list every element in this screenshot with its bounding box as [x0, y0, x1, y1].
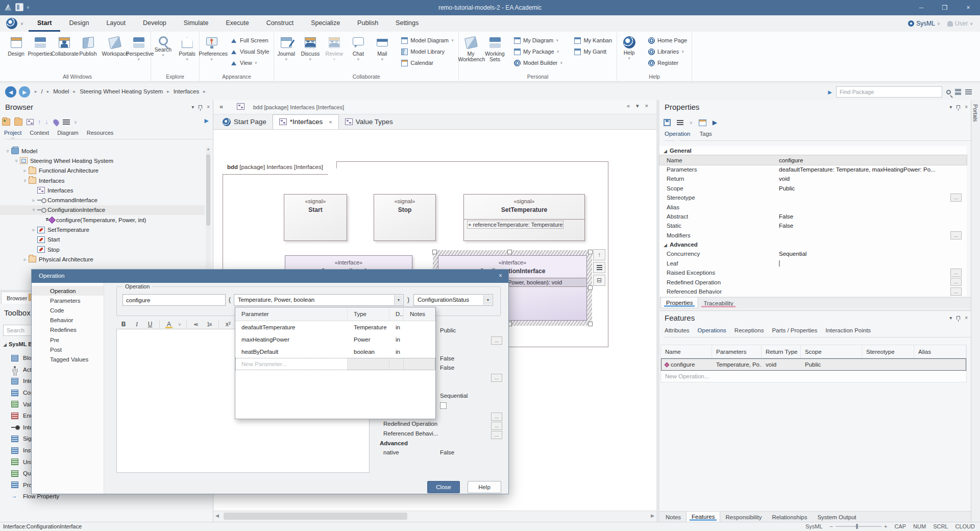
find-run-icon[interactable]: ▶ [828, 89, 832, 95]
search-icon[interactable] [946, 90, 951, 94]
parameters-combo-arrow-icon[interactable]: ▼ [394, 295, 403, 305]
features-row-configure[interactable]: configureTemperature, Po...voidPublic [661, 358, 966, 371]
hscroll-thumb[interactable] [224, 513, 407, 520]
features-bottom-tab-responsibility[interactable]: Responsibility [720, 512, 767, 522]
italic-button[interactable]: I [133, 321, 141, 328]
param-column-type[interactable]: Type [348, 307, 389, 321]
signal-stop[interactable]: «signal» Stop [374, 194, 436, 241]
properties-bottom-tab-traceability[interactable]: Traceability [698, 298, 738, 308]
ribbon-button-view[interactable]: View∨ [229, 58, 271, 67]
properties-bottom-tab-properties[interactable]: Properties [660, 298, 698, 308]
ribbon-button-journal[interactable]: Journal∨ [274, 34, 298, 71]
document-tab--interfaces[interactable]: *Interfaces× [273, 114, 339, 129]
browser-expand-icon[interactable]: ▶ [205, 117, 209, 124]
browser-tab-resources[interactable]: Resources [87, 130, 114, 136]
properties-close-icon[interactable]: × [965, 104, 968, 110]
operation-name-input[interactable] [122, 294, 226, 306]
ribbon-button-review[interactable]: Review∨ [322, 34, 346, 71]
ribbon-button-my-diagram[interactable]: My Diagram∨ [512, 36, 564, 45]
tree-item-commandinterface[interactable]: ▹CommandInterface [0, 195, 205, 205]
ribbon-button-libraries[interactable]: Libraries∨ [647, 47, 689, 56]
ribbon-tab-execute[interactable]: Execute [217, 15, 257, 32]
package-icon[interactable] [14, 118, 22, 126]
parameters-combo[interactable]: Temperature, Power, boolean ▼ [234, 294, 404, 306]
dialog-nav-parameters[interactable]: Parameters [32, 296, 104, 305]
breadcrumb-item-interfaces[interactable]: Interfaces [174, 88, 200, 94]
features-column-parameters[interactable]: Parameters [712, 345, 762, 358]
properties-tab-tags[interactable]: Tags [700, 131, 712, 137]
property-row-return[interactable]: Returnvoid [659, 174, 967, 183]
browser-tab-context[interactable]: Context [30, 130, 49, 136]
tree-item-model[interactable]: ▿Model [0, 146, 205, 156]
ribbon-tab-design[interactable]: Design [60, 15, 97, 32]
ellipsis-button[interactable]: … [950, 231, 962, 239]
breadcrumb-item-model[interactable]: Model [53, 88, 69, 94]
ribbon-button-publish[interactable]: Publish [76, 34, 100, 71]
browser-dropdown-icon[interactable]: ▾ [191, 104, 194, 110]
property-row-concurrency[interactable]: ConcurrencySequential [659, 249, 967, 258]
ribbon-button-calendar[interactable]: Calendar [400, 58, 455, 67]
ribbon-button-properties[interactable]: Properties [28, 34, 52, 71]
perspective-selector[interactable]: SysML ∨ [908, 20, 940, 27]
quick-dock-icon[interactable]: ⊟ [593, 275, 605, 286]
properties-menu-icon[interactable] [677, 120, 683, 121]
bg-dots-button[interactable]: … [491, 374, 502, 382]
browser-menu-icon[interactable] [63, 119, 70, 120]
parameter-row-deafaulttemperature[interactable]: deafaultTemperatureTemperaturein [235, 321, 435, 333]
bg-dots-button[interactable]: … [491, 336, 502, 345]
ellipsis-button[interactable]: … [950, 194, 962, 202]
ribbon-button-home-page[interactable]: Home Page [647, 36, 689, 45]
move-down-icon[interactable]: ↓ [45, 118, 48, 126]
pane-collapse-icon[interactable]: « [219, 103, 223, 110]
new-diagram-icon[interactable] [27, 119, 34, 125]
nav-back-button[interactable]: ◀ [5, 86, 16, 98]
ribbon-button-visual-style[interactable]: Visual Style [229, 47, 271, 56]
ribbon-button-discuss[interactable]: Discuss∨ [298, 34, 322, 71]
tree-item-physical-architecture[interactable]: ▹Physical Architecture [0, 254, 205, 264]
features-tab-attributes[interactable]: Attributes [665, 327, 690, 333]
features-tab-operations[interactable]: Operations [698, 327, 726, 333]
bg-leaf-checkbox[interactable] [440, 402, 447, 409]
highlight-caret-icon[interactable]: ∨ [178, 322, 181, 327]
ribbon-button-model-diagram[interactable]: Model Diagram∨ [400, 36, 455, 45]
ribbon-tab-simulate[interactable]: Simulate [175, 15, 217, 32]
ribbon-button-search[interactable]: Search∨ [151, 34, 175, 71]
browser-tab-diagram[interactable]: Diagram [57, 130, 79, 136]
pane-close-icon[interactable]: × [645, 103, 648, 109]
pane-prev-icon[interactable]: « [627, 103, 630, 109]
menu-icon[interactable] [965, 89, 972, 90]
new-parameter-row[interactable]: New Parameter... [235, 358, 435, 370]
close-button[interactable]: × [957, 0, 980, 15]
help-button[interactable]: Help [468, 481, 501, 493]
status-perspective[interactable]: SysML [805, 523, 823, 529]
maximize-button[interactable]: ❐ [933, 0, 957, 15]
dialog-nav-tagged-values[interactable]: Tagged Values [32, 354, 104, 364]
param-column-notes[interactable]: Notes [404, 307, 435, 321]
document-tab-value-types[interactable]: Value Types [339, 114, 399, 129]
ribbon-button-full-screen[interactable]: Full Screen [229, 36, 271, 45]
pane-caret-icon[interactable]: ▾ [636, 103, 639, 109]
diagram-hscrollbar[interactable]: ◀ ▶ [213, 511, 656, 522]
signal-settemperature[interactable]: «signal» SetTemperature + referenceTempe… [463, 194, 585, 241]
bg-dots-button[interactable]: … [491, 431, 502, 439]
ellipsis-button[interactable]: … [950, 278, 962, 286]
property-row-name[interactable]: Nameconfigure [659, 155, 967, 164]
parameter-row-heatbydefault[interactable]: heatByDefaultbooleanin [235, 346, 435, 358]
numbered-list-button[interactable]: 1≡ [205, 322, 213, 327]
properties-dropdown-icon[interactable]: ▾ [949, 104, 952, 110]
ribbon-button-portals[interactable]: Portals∨ [175, 34, 199, 71]
property-row-parameters[interactable]: ParametersdeafaultTemperature: Temperatu… [659, 165, 967, 174]
properties-tab-operation[interactable]: Operation [665, 131, 691, 137]
tree-item-configure-temperature-power-int-[interactable]: configure(Temperature, Power, int) [0, 215, 205, 225]
ribbon-button-register[interactable]: Register [647, 58, 689, 67]
features-bottom-tab-features[interactable]: Features [686, 512, 720, 522]
ea-logo-icon[interactable] [6, 18, 17, 29]
tree-item-settemperature[interactable]: ▹SetTemperature [0, 225, 205, 234]
property-row-scope[interactable]: ScopePublic [659, 184, 967, 193]
dialog-titlebar[interactable]: Operation × [32, 270, 508, 283]
features-column-name[interactable]: Name [661, 345, 712, 358]
features-column-stereotype[interactable]: Stereotype [862, 345, 914, 358]
browser-tab-project[interactable]: Project [4, 130, 21, 136]
ribbon-tab-settings[interactable]: Settings [387, 15, 427, 32]
ribbon-button-model-builder[interactable]: Model Builder∨ [512, 58, 564, 67]
